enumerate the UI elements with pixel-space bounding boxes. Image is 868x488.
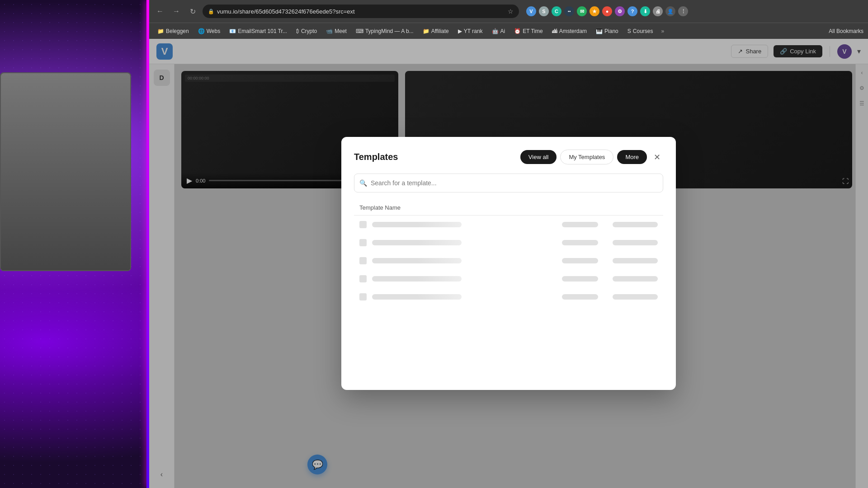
bookmark-label: TypingMind — A b... bbox=[365, 28, 414, 34]
row-checkbox[interactable] bbox=[359, 239, 367, 246]
lock-icon: 🔒 bbox=[208, 9, 214, 14]
ai-icon: 🤖 bbox=[492, 28, 499, 34]
ext-icon-10[interactable]: ⬇ bbox=[640, 6, 650, 16]
template-name-header: Template Name bbox=[359, 204, 401, 211]
row-col2-skeleton bbox=[562, 222, 598, 227]
bookmark-label: Webs bbox=[207, 28, 220, 34]
more-button[interactable]: More bbox=[617, 150, 647, 164]
bookmark-label: Amsterdam bbox=[559, 28, 587, 34]
modal-header: Templates View all My Templates More ✕ bbox=[354, 150, 663, 164]
loading-rows-container bbox=[354, 217, 663, 304]
row-col3-skeleton bbox=[613, 294, 658, 300]
bookmark-typingmind[interactable]: ⌨ TypingMind — A b... bbox=[352, 27, 417, 36]
bookmark-piano[interactable]: 🎹 Piano bbox=[592, 27, 622, 36]
all-bookmarks-button[interactable]: All Bookmarks bbox=[829, 28, 863, 34]
back-button[interactable]: ← bbox=[154, 5, 166, 18]
piano-icon: 🎹 bbox=[596, 28, 603, 34]
bookmark-label: Crypto bbox=[301, 28, 317, 34]
table-row bbox=[354, 290, 663, 304]
row-col2-skeleton bbox=[562, 258, 598, 263]
bookmark-label: Meet bbox=[335, 28, 347, 34]
ext-icon-5[interactable]: ✉ bbox=[577, 6, 587, 16]
bookmark-label: YT rank bbox=[464, 28, 483, 34]
bookmark-emailsmart[interactable]: 📧 EmailSmart 101 Tr... bbox=[226, 27, 291, 36]
meet-icon: 📹 bbox=[326, 28, 333, 34]
forward-button[interactable]: → bbox=[170, 5, 183, 18]
ext-icon-3[interactable]: C bbox=[552, 6, 561, 16]
bookmark-webs[interactable]: 🌐 Webs bbox=[194, 27, 224, 36]
bookmark-ettime[interactable]: ⏰ ET Time bbox=[510, 27, 546, 36]
row-col3-skeleton bbox=[613, 258, 658, 263]
row-checkbox[interactable] bbox=[359, 257, 367, 264]
webcam-person bbox=[1, 73, 130, 270]
browser-toolbar: ← → ↻ 🔒 vumu.io/share/65d605d4732624f676… bbox=[149, 0, 868, 23]
ext-icon-9[interactable]: ? bbox=[627, 6, 637, 16]
bookmark-courses[interactable]: S Courses bbox=[624, 27, 657, 36]
bookmark-label: Courses bbox=[633, 28, 653, 34]
bookmark-crypto[interactable]: ₿ Crypto bbox=[292, 27, 321, 36]
bookmarks-more-button[interactable]: » bbox=[659, 27, 667, 36]
ext-icon-2[interactable]: S bbox=[539, 6, 549, 16]
address-bar[interactable]: 🔒 vumu.io/share/65d605d4732624f676e6ede5… bbox=[203, 5, 519, 18]
url-text: vumu.io/share/65d605d4732624f676e6ede5?s… bbox=[217, 8, 505, 15]
table-row bbox=[354, 217, 663, 232]
ext-icon-11[interactable]: 🖨 bbox=[653, 6, 663, 16]
bookmark-affiliate[interactable]: Affiliate bbox=[419, 27, 453, 36]
bookmark-star-icon[interactable]: ☆ bbox=[508, 8, 514, 15]
table-row bbox=[354, 253, 663, 268]
bookmark-label: Piano bbox=[604, 28, 618, 34]
table-row bbox=[354, 272, 663, 286]
search-container: 🔍 bbox=[354, 174, 663, 192]
row-checkbox[interactable] bbox=[359, 275, 367, 282]
browser-content: V ↗ Share 🔗 Copy Link V ▾ D ‹ bbox=[149, 39, 868, 488]
my-templates-button[interactable]: My Templates bbox=[560, 150, 613, 164]
row-name-skeleton bbox=[372, 294, 462, 300]
row-col3-skeleton bbox=[613, 222, 658, 227]
bookmark-amsterdam[interactable]: 🏙 Amsterdam bbox=[548, 27, 590, 36]
ext-icon-4[interactable]: ▪▪ bbox=[564, 6, 574, 16]
table-header: Template Name bbox=[354, 200, 663, 216]
courses-icon: S bbox=[627, 28, 631, 34]
row-col2-skeleton bbox=[562, 294, 598, 300]
row-name-skeleton bbox=[372, 222, 462, 227]
ext-icon-8[interactable]: ⚙ bbox=[615, 6, 625, 16]
row-checkbox[interactable] bbox=[359, 221, 367, 228]
folder-icon bbox=[423, 28, 429, 34]
modal-overlay: Templates View all My Templates More ✕ 🔍… bbox=[149, 39, 868, 488]
bookmark-ytrank[interactable]: ▶ YT rank bbox=[454, 27, 486, 36]
typingmind-icon: ⌨ bbox=[356, 28, 363, 34]
bookmark-label: ET Time bbox=[523, 28, 542, 34]
ettime-icon: ⏰ bbox=[514, 28, 521, 34]
row-col3-skeleton bbox=[613, 240, 658, 245]
toolbar-extensions: V S C ▪▪ ✉ ★ ● ⚙ ? ⬇ 🖨 👤 ⋮ bbox=[526, 6, 688, 16]
modal-title: Templates bbox=[354, 152, 398, 162]
search-input[interactable] bbox=[354, 174, 663, 192]
templates-modal: Templates View all My Templates More ✕ 🔍… bbox=[341, 137, 676, 390]
search-icon: 🔍 bbox=[359, 179, 367, 187]
folder-icon bbox=[157, 28, 164, 34]
ext-icon-6[interactable]: ★ bbox=[590, 6, 599, 16]
bookmark-meet[interactable]: 📹 Meet bbox=[322, 27, 350, 36]
refresh-button[interactable]: ↻ bbox=[186, 5, 199, 18]
row-name-skeleton bbox=[372, 276, 462, 282]
bookmark-label: Affiliate bbox=[431, 28, 449, 34]
ext-more[interactable]: ⋮ bbox=[678, 6, 688, 16]
bookmark-ai[interactable]: 🤖 Ai bbox=[488, 27, 509, 36]
browser-window: ← → ↻ 🔒 vumu.io/share/65d605d4732624f676… bbox=[149, 0, 868, 488]
row-col2-skeleton bbox=[562, 240, 598, 245]
ext-icon-7[interactable]: ● bbox=[602, 6, 612, 16]
row-name-skeleton bbox=[372, 240, 462, 245]
table-row bbox=[354, 235, 663, 250]
row-checkbox[interactable] bbox=[359, 293, 367, 300]
ext-icon-1[interactable]: V bbox=[526, 6, 536, 16]
modal-close-button[interactable]: ✕ bbox=[651, 151, 663, 164]
webs-icon: 🌐 bbox=[198, 28, 205, 34]
webcam-overlay bbox=[0, 72, 131, 271]
email-icon: 📧 bbox=[229, 28, 236, 34]
bookmark-label: Beleggen bbox=[166, 28, 189, 34]
bookmark-beleggen[interactable]: Beleggen bbox=[154, 27, 193, 36]
yt-icon: ▶ bbox=[458, 28, 462, 34]
ext-icon-12[interactable]: 👤 bbox=[665, 6, 675, 16]
view-all-button[interactable]: View all bbox=[520, 150, 557, 164]
modal-header-buttons: View all My Templates More ✕ bbox=[520, 150, 663, 164]
